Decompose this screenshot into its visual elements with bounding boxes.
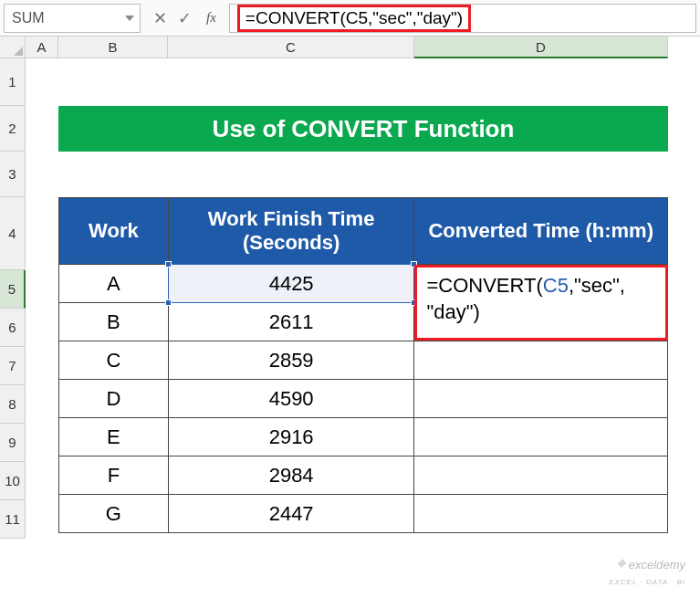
- formula-actions: ✕ ✓ fx: [144, 8, 225, 28]
- cell-work[interactable]: F: [59, 456, 169, 495]
- row-header-6[interactable]: 6: [0, 309, 26, 347]
- formula-bar[interactable]: =CONVERT(C5,"sec","day"): [229, 4, 696, 33]
- cell-converted[interactable]: [414, 495, 668, 533]
- stamp-icon: ⌖: [616, 554, 625, 572]
- table-row: G 2447: [59, 495, 668, 533]
- col-header-D[interactable]: D: [414, 37, 668, 58]
- formula-toolbar: SUM ✕ ✓ fx =CONVERT(C5,"sec","day"): [0, 0, 700, 37]
- formula-input-highlight: =CONVERT(C5,"sec","day"): [237, 5, 471, 32]
- rows-area: 1 2 3 4 5 6 7 8 9 10 11 Use of CONVERT F…: [0, 58, 700, 539]
- watermark: ⌖ exceldemy EXCEL · DATA · BI: [609, 554, 685, 587]
- fx-icon[interactable]: fx: [206, 10, 216, 26]
- cell-work[interactable]: A: [59, 265, 169, 303]
- col-header-A[interactable]: A: [26, 37, 58, 58]
- name-box-value: SUM: [12, 10, 45, 26]
- cell-converted[interactable]: [414, 380, 668, 418]
- row-header-11[interactable]: 11: [0, 500, 26, 539]
- column-headers-row: A B C D: [0, 37, 700, 58]
- formula-part: ,"sec",: [569, 274, 625, 297]
- cell-seconds[interactable]: 2916: [168, 418, 414, 456]
- accept-icon[interactable]: ✓: [178, 8, 192, 28]
- row-headers: 1 2 3 4 5 6 7 8 9 10 11: [0, 58, 26, 539]
- cell-work[interactable]: E: [59, 418, 169, 456]
- row-header-2[interactable]: 2: [0, 106, 26, 152]
- row-header-5[interactable]: 5: [0, 270, 26, 309]
- cell-seconds[interactable]: 2984: [168, 456, 414, 495]
- table-header-time: Work Finish Time (Seconds): [168, 198, 414, 265]
- cell-work[interactable]: G: [59, 495, 169, 533]
- row-header-4[interactable]: 4: [0, 197, 26, 270]
- cell-seconds[interactable]: 2859: [168, 341, 414, 380]
- cell-work[interactable]: C: [59, 341, 169, 380]
- formula-text: =CONVERT(C5,"sec","day"): [246, 8, 463, 27]
- row-header-9[interactable]: 9: [0, 424, 26, 462]
- table-row: A 4425: [59, 265, 668, 303]
- formula-part: =CONVERT(: [426, 274, 542, 297]
- table-header-work: Work: [59, 198, 169, 265]
- name-box[interactable]: SUM: [4, 4, 141, 33]
- select-all-button[interactable]: [0, 37, 26, 58]
- cell-converted[interactable]: [414, 456, 668, 495]
- cell-seconds[interactable]: 2611: [168, 303, 414, 341]
- formula-ref: C5: [543, 274, 569, 297]
- row-header-7[interactable]: 7: [0, 347, 26, 385]
- cancel-icon[interactable]: ✕: [153, 8, 167, 28]
- row-header-8[interactable]: 8: [0, 385, 26, 424]
- cell-C5[interactable]: 4425: [168, 265, 414, 303]
- table-header-converted: Converted Time (h:mm): [414, 198, 668, 265]
- formula-part: "day"): [426, 300, 479, 323]
- table-row: E 2916: [59, 418, 668, 456]
- cell-seconds[interactable]: 2447: [168, 495, 414, 533]
- cell-work[interactable]: D: [59, 380, 169, 418]
- cell-D5-editing[interactable]: =CONVERT(C5,"sec", "day"): [414, 265, 668, 341]
- watermark-sub: EXCEL · DATA · BI: [609, 578, 685, 586]
- watermark-text: exceldemy: [629, 558, 685, 572]
- col-header-C[interactable]: C: [168, 37, 414, 58]
- table-header-row: Work Work Finish Time (Seconds) Converte…: [59, 198, 668, 265]
- page-title: Use of CONVERT Function: [58, 106, 668, 152]
- table-row: C 2859: [59, 341, 668, 380]
- cells-area[interactable]: Use of CONVERT Function Work Work Finish…: [26, 58, 700, 539]
- row-header-1[interactable]: 1: [0, 58, 26, 106]
- table-row: D 4590: [59, 380, 668, 418]
- row-header-10[interactable]: 10: [0, 462, 26, 500]
- row-header-3[interactable]: 3: [0, 152, 26, 197]
- data-table: Work Work Finish Time (Seconds) Converte…: [58, 197, 668, 533]
- cell-work[interactable]: B: [59, 303, 169, 341]
- spreadsheet-grid: A B C D 1 2 3 4 5 6 7 8 9 10 11 Use of C…: [0, 37, 700, 598]
- col-header-B[interactable]: B: [58, 37, 168, 58]
- table-row: F 2984: [59, 456, 668, 495]
- cell-converted[interactable]: [414, 418, 668, 456]
- cell-seconds[interactable]: 4590: [168, 380, 414, 418]
- cell-value: 4425: [269, 272, 314, 295]
- cell-converted[interactable]: [414, 341, 668, 380]
